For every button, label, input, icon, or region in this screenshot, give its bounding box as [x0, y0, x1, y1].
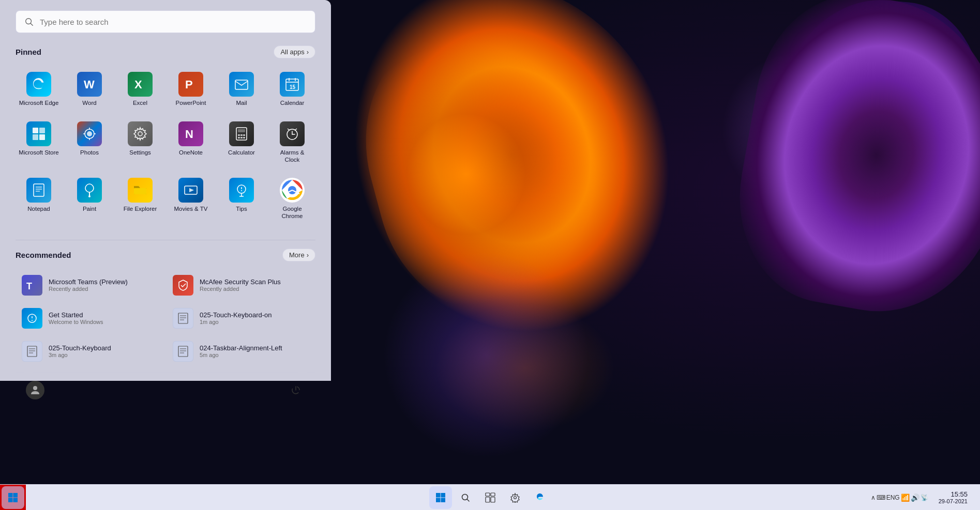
power-button[interactable]: [287, 381, 305, 399]
all-apps-button[interactable]: All apps ›: [274, 45, 315, 58]
svg-rect-14: [39, 134, 45, 140]
powerpoint-icon: P: [178, 72, 203, 97]
explorer-icon: [128, 178, 153, 203]
app-notepad[interactable]: Notepad: [16, 173, 62, 225]
app-powerpoint[interactable]: P PowerPoint: [168, 67, 214, 112]
rec-item-touch-kbd[interactable]: 025-Touch-Keyboard 3m ago: [16, 336, 164, 367]
svg-rect-88: [491, 497, 495, 502]
alarms-clock-label: Alarms & Clock: [272, 149, 312, 164]
taskbar-right: ∧ ⌨ ENG 📶 🔊 📡 15:55 29-07-2021: [868, 485, 972, 510]
tips-label: Tips: [236, 206, 247, 213]
calendar-icon: 15: [280, 72, 305, 97]
app-alarms-clock[interactable]: Alarms & Clock: [269, 116, 315, 169]
svg-rect-82: [441, 498, 445, 502]
svg-rect-60: [178, 313, 188, 323]
svg-text:X: X: [134, 78, 142, 91]
app-google-chrome[interactable]: Google Chrome: [269, 173, 315, 225]
search-icon: [24, 17, 34, 26]
app-movies-tv[interactable]: Movies & TV: [168, 173, 214, 225]
app-calculator[interactable]: Calculator: [218, 116, 265, 169]
taskbar-start-button[interactable]: [429, 486, 452, 509]
svg-text:P: P: [185, 78, 193, 91]
app-tips[interactable]: Tips: [218, 173, 265, 225]
mcafee-icon: [173, 275, 193, 296]
app-excel[interactable]: X Excel: [117, 67, 163, 112]
search-bar[interactable]: [16, 10, 315, 33]
rec-item-taskbar-align[interactable]: 024-Taskbar-Alignment-Left 5m ago: [167, 336, 315, 367]
svg-rect-85: [486, 493, 490, 496]
rec-text-mcafee: McAfee Security Scan Plus Recently added: [200, 278, 281, 292]
svg-rect-77: [8, 498, 13, 502]
user-avatar-button[interactable]: [26, 381, 44, 399]
app-photos[interactable]: Photos: [66, 116, 113, 169]
svg-marker-44: [189, 188, 194, 192]
taskbar-edge-icon: [535, 492, 545, 503]
excel-icon: X: [128, 72, 153, 97]
movies-icon: [178, 178, 203, 203]
rec-item-getstarted[interactable]: Get Started Welcome to Windows: [16, 303, 164, 334]
excel-label: Excel: [133, 100, 147, 107]
calculator-icon: [229, 121, 254, 146]
app-settings[interactable]: Settings: [117, 116, 163, 169]
rec-item-touch-kbd-on[interactable]: 025-Touch-Keyboard-on 1m ago: [167, 303, 315, 334]
chrome-icon: [280, 178, 305, 203]
app-onenote[interactable]: N OneNote: [168, 116, 214, 169]
rec-text-touch-kbd: 025-Touch-Keyboard 3m ago: [49, 344, 111, 358]
svg-rect-78: [13, 498, 18, 502]
taskbar-settings-button[interactable]: [504, 486, 526, 509]
app-calendar[interactable]: 15 Calendar: [269, 67, 315, 112]
rec-subtitle-touch-kbd: 3m ago: [49, 352, 111, 358]
tips-icon: [229, 178, 254, 203]
clock-time: 15:55: [951, 490, 968, 498]
svg-rect-87: [486, 497, 490, 502]
chevron-right-icon: ›: [307, 48, 309, 56]
svg-line-1: [31, 23, 33, 25]
start-button[interactable]: [2, 486, 24, 509]
mail-icon: [229, 72, 254, 97]
divider: [16, 240, 315, 240]
svg-rect-25: [238, 134, 240, 136]
rec-name-teams: Microsoft Teams (Preview): [49, 278, 128, 286]
calendar-label: Calendar: [280, 100, 305, 107]
app-mail[interactable]: Mail: [218, 67, 265, 112]
desktop: Pinned All apps › Microsoft Edge: [0, 0, 980, 510]
app-microsoft-edge[interactable]: Microsoft Edge: [16, 67, 62, 112]
movies-label: Movies & TV: [174, 206, 208, 213]
app-file-explorer[interactable]: File Explorer: [117, 173, 163, 225]
svg-rect-76: [13, 493, 18, 498]
svg-rect-36: [34, 184, 44, 196]
calculator-label: Calculator: [228, 149, 255, 157]
search-input[interactable]: [40, 18, 307, 26]
taskbar-search-button[interactable]: [454, 486, 477, 509]
svg-rect-24: [238, 129, 245, 132]
more-button[interactable]: More ›: [282, 249, 315, 261]
wifi-icon[interactable]: 📶: [901, 493, 910, 502]
svg-rect-13: [33, 134, 38, 140]
mail-label: Mail: [236, 100, 247, 107]
store-label: Microsoft Store: [19, 149, 58, 157]
language-indicator[interactable]: ENG: [886, 494, 900, 501]
taskbar-center: [429, 486, 551, 509]
rec-item-teams[interactable]: T Microsoft Teams (Preview) Recently add…: [16, 270, 164, 301]
network-icon[interactable]: 📡: [921, 494, 928, 501]
svg-rect-5: [235, 80, 248, 89]
svg-rect-27: [243, 134, 245, 136]
app-word[interactable]: W Word: [66, 67, 113, 112]
taskbar-taskview-button[interactable]: [479, 486, 502, 509]
tray-expand-icon[interactable]: ∧: [871, 494, 876, 501]
volume-icon[interactable]: 🔊: [911, 493, 919, 502]
rec-item-mcafee[interactable]: McAfee Security Scan Plus Recently added: [167, 270, 315, 301]
teams-icon: T: [22, 275, 42, 296]
tray-icons[interactable]: ∧ ⌨ ENG 📶 🔊 📡: [868, 491, 931, 504]
app-microsoft-store[interactable]: Microsoft Store: [16, 116, 62, 169]
clock-area[interactable]: 15:55 29-07-2021: [934, 488, 972, 506]
svg-text:N: N: [185, 128, 193, 141]
taskbar-edge-button[interactable]: [529, 486, 551, 509]
photos-icon: [77, 121, 102, 146]
file-icon-3: [173, 341, 193, 362]
svg-text:T: T: [26, 281, 32, 291]
app-paint[interactable]: Paint: [66, 173, 113, 225]
keyboard-icon[interactable]: ⌨: [877, 494, 885, 501]
svg-text:15: 15: [290, 84, 296, 90]
paint-icon: [77, 178, 102, 203]
